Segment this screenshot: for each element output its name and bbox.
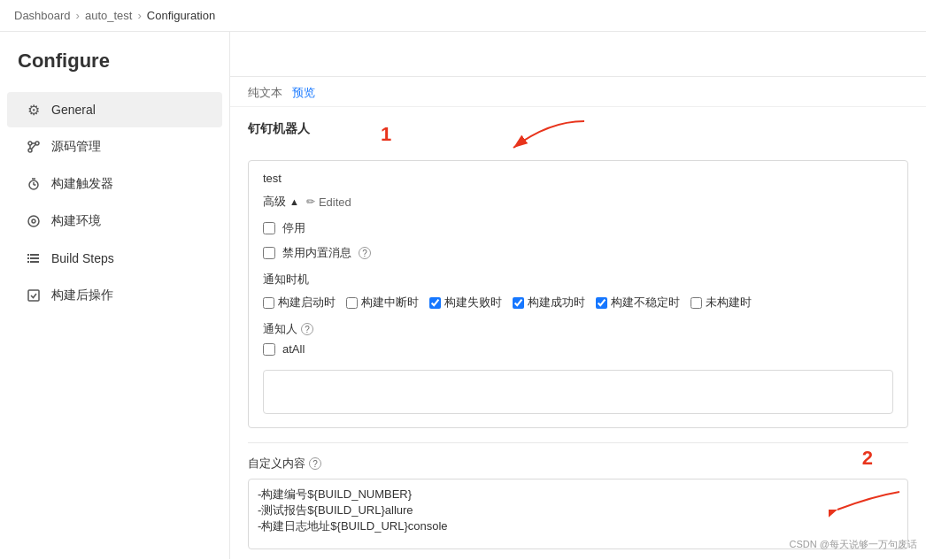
watermark: CSDN @每天说够一万句废话: [790, 538, 917, 551]
sidebar-label-env: 构建环境: [51, 213, 101, 229]
card-textarea[interactable]: [263, 370, 893, 414]
list-icon: [25, 249, 42, 267]
notify-unstable-checkbox[interactable]: [596, 297, 607, 309]
notify-not-built-checkbox[interactable]: [691, 297, 702, 309]
svg-point-0: [28, 142, 32, 145]
notify-person-label: 通知人: [263, 321, 297, 337]
robot-section: 钉钉机器人 1 test: [230, 107, 926, 559]
notify-fail-checkbox[interactable]: [429, 297, 441, 309]
notify-success-label: 构建成功时: [528, 295, 585, 311]
annotation-2: 2: [862, 447, 873, 470]
sidebar: Configure ⚙ General 源码管理: [0, 32, 230, 559]
svg-line-5: [32, 145, 36, 150]
custom-content-label: 自定义内容 ?: [248, 456, 908, 472]
advanced-row: 高级 ▲ ✏ Edited: [263, 194, 893, 210]
breadcrumb-auto-test[interactable]: auto_test: [85, 9, 133, 22]
notify-unstable-label: 构建不稳定时: [611, 295, 680, 311]
notify-fail-label: 构建失败时: [444, 295, 502, 311]
notify-person-section: 通知人 ?: [263, 321, 893, 337]
section-divider: [248, 442, 908, 443]
breadcrumb-sep-1: ›: [76, 9, 80, 22]
svg-point-2: [28, 149, 32, 152]
text-tabs: 纯文本 预览: [230, 80, 926, 107]
notify-fail: 构建失败时: [429, 295, 502, 311]
svg-rect-13: [30, 254, 39, 256]
svg-rect-16: [27, 261, 29, 263]
svg-point-10: [28, 216, 39, 226]
svg-rect-17: [30, 261, 39, 263]
gear-icon: ⚙: [25, 101, 42, 119]
notify-success: 构建成功时: [513, 295, 585, 311]
sidebar-label-triggers: 构建触发器: [51, 176, 113, 192]
notify-start-checkbox[interactable]: [263, 297, 274, 309]
notify-time-label: 通知时机: [263, 272, 893, 288]
notify-unstable: 构建不稳定时: [596, 295, 680, 311]
svg-rect-14: [27, 257, 29, 259]
sidebar-item-general[interactable]: ⚙ General: [7, 92, 222, 127]
edited-text: Edited: [319, 196, 351, 209]
sidebar-label-post-build: 构建后操作: [51, 288, 113, 303]
clock-icon: [25, 175, 42, 193]
disable-row: 停用: [263, 220, 893, 236]
notify-interrupt-checkbox[interactable]: [346, 297, 358, 309]
robot-card: test 高级 ▲ ✏ Edited 停用: [248, 160, 908, 428]
edited-label[interactable]: ✏ Edited: [306, 196, 351, 209]
layout: Configure ⚙ General 源码管理: [0, 32, 926, 559]
at-all-label: atAll: [282, 342, 305, 356]
disable-builtin-checkbox[interactable]: [263, 247, 275, 259]
preview-tab[interactable]: 预览: [292, 86, 315, 99]
sidebar-label-general: General: [51, 103, 96, 117]
breadcrumb-sep-2: ›: [137, 9, 141, 22]
section-title: 钉钉机器人: [248, 121, 310, 137]
at-all-checkbox[interactable]: [263, 343, 275, 356]
card-name: test: [263, 172, 893, 185]
notify-success-checkbox[interactable]: [513, 297, 524, 309]
disable-label: 停用: [282, 220, 305, 236]
sidebar-item-post-build[interactable]: 构建后操作: [7, 278, 222, 313]
disable-builtin-label: 禁用内置消息: [282, 245, 351, 261]
notify-not-built: 未构建时: [691, 295, 752, 311]
sidebar-item-env[interactable]: 构建环境: [7, 203, 222, 239]
custom-content-help-icon[interactable]: ?: [309, 457, 321, 470]
notify-person-help-icon[interactable]: ?: [301, 323, 313, 335]
sidebar-item-source[interactable]: 源码管理: [7, 129, 222, 165]
breadcrumb-configuration: Configuration: [147, 9, 215, 22]
sidebar-title: Configure: [0, 50, 229, 90]
sidebar-item-triggers[interactable]: 构建触发器: [7, 166, 222, 202]
arrow-1: [496, 112, 602, 165]
plain-text-tab: 纯文本: [248, 86, 282, 99]
notify-interrupt: 构建中断时: [346, 295, 419, 311]
sidebar-label-build-steps: Build Steps: [51, 251, 114, 265]
svg-point-11: [32, 219, 35, 223]
svg-point-1: [35, 142, 39, 145]
env-icon: [25, 212, 42, 230]
sidebar-label-source: 源码管理: [51, 139, 101, 155]
annotation-1: 1: [381, 123, 391, 146]
notify-time-row: 构建启动时 构建中断时 构建失败时 构建成功时: [263, 295, 893, 311]
post-build-icon: [25, 287, 42, 304]
top-textarea[interactable]: [230, 32, 926, 77]
builtin-help-icon[interactable]: ?: [359, 247, 371, 259]
svg-rect-12: [27, 254, 29, 256]
advanced-button[interactable]: 高级 ▲: [263, 194, 299, 210]
svg-rect-15: [30, 257, 39, 259]
custom-content-text: 自定义内容: [248, 456, 305, 472]
chevron-up-icon: ▲: [289, 196, 299, 207]
breadcrumb-dashboard[interactable]: Dashboard: [14, 9, 71, 22]
notify-start: 构建启动时: [263, 295, 336, 311]
sidebar-item-build-steps[interactable]: Build Steps: [7, 241, 222, 276]
disable-builtin-row: 禁用内置消息 ?: [263, 245, 893, 261]
notify-interrupt-label: 构建中断时: [361, 295, 419, 311]
svg-rect-18: [28, 290, 39, 301]
section-header: 钉钉机器人 1: [248, 121, 908, 148]
advanced-label: 高级: [263, 194, 286, 210]
disable-checkbox[interactable]: [263, 222, 275, 234]
pencil-icon: ✏: [306, 196, 315, 208]
arrow-2: [829, 487, 917, 532]
notify-not-built-label: 未构建时: [706, 295, 752, 311]
source-icon: [25, 138, 42, 156]
breadcrumb: Dashboard › auto_test › Configuration: [0, 0, 926, 32]
main-content: 纯文本 预览 钉钉机器人 1: [230, 32, 926, 559]
at-all-row: atAll: [263, 342, 893, 356]
notify-start-label: 构建启动时: [278, 295, 336, 311]
